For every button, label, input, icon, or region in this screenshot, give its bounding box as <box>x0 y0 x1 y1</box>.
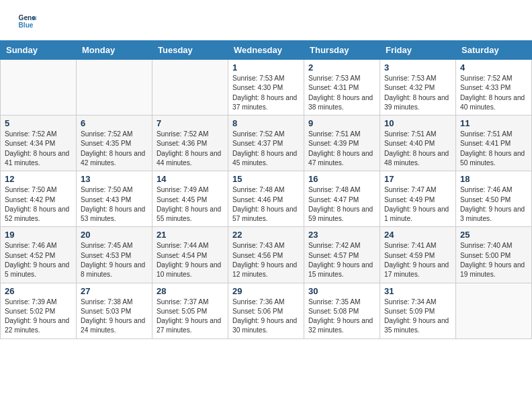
calendar-cell: 3Sunrise: 7:53 AMSunset: 4:32 PMDaylight… <box>380 60 456 116</box>
day-number: 12 <box>5 174 72 184</box>
day-info: Sunrise: 7:45 AMSunset: 4:53 PMDaylight:… <box>81 241 148 279</box>
calendar-cell: 15Sunrise: 7:48 AMSunset: 4:46 PMDayligh… <box>228 171 304 227</box>
day-info: Sunrise: 7:53 AMSunset: 4:32 PMDaylight:… <box>384 74 451 112</box>
day-info: Sunrise: 7:53 AMSunset: 4:31 PMDaylight:… <box>308 74 375 112</box>
day-number: 8 <box>232 118 300 128</box>
day-number: 19 <box>5 230 72 240</box>
day-info: Sunrise: 7:51 AMSunset: 4:40 PMDaylight:… <box>384 130 451 168</box>
calendar-cell: 2Sunrise: 7:53 AMSunset: 4:31 PMDaylight… <box>304 60 380 116</box>
weekday-header-monday: Monday <box>77 41 152 60</box>
day-number: 29 <box>232 286 300 296</box>
day-number: 31 <box>384 286 451 296</box>
day-number: 2 <box>308 62 375 73</box>
calendar-cell: 14Sunrise: 7:49 AMSunset: 4:45 PMDayligh… <box>152 171 228 227</box>
calendar-cell: 23Sunrise: 7:42 AMSunset: 4:57 PMDayligh… <box>304 227 380 283</box>
day-info: Sunrise: 7:40 AMSunset: 5:00 PMDaylight:… <box>460 241 527 279</box>
day-info: Sunrise: 7:50 AMSunset: 4:43 PMDaylight:… <box>81 185 148 224</box>
day-info: Sunrise: 7:44 AMSunset: 4:54 PMDaylight:… <box>157 241 224 279</box>
calendar-cell: 26Sunrise: 7:39 AMSunset: 5:02 PMDayligh… <box>1 283 77 338</box>
calendar-week-2: 5Sunrise: 7:52 AMSunset: 4:34 PMDaylight… <box>1 116 532 171</box>
calendar-cell: 22Sunrise: 7:43 AMSunset: 4:56 PMDayligh… <box>228 227 304 283</box>
day-number: 28 <box>157 286 224 296</box>
calendar-cell: 9Sunrise: 7:51 AMSunset: 4:39 PMDaylight… <box>304 116 380 171</box>
calendar-cell <box>1 60 77 116</box>
logo-icon: General Blue <box>17 12 36 31</box>
day-number: 15 <box>232 174 300 184</box>
day-info: Sunrise: 7:46 AMSunset: 4:50 PMDaylight:… <box>460 185 527 224</box>
day-info: Sunrise: 7:48 AMSunset: 4:47 PMDaylight:… <box>308 185 375 224</box>
logo: General Blue <box>16 12 39 34</box>
day-info: Sunrise: 7:35 AMSunset: 5:08 PMDaylight:… <box>308 298 375 336</box>
day-number: 26 <box>5 286 72 296</box>
calendar-cell: 5Sunrise: 7:52 AMSunset: 4:34 PMDaylight… <box>1 116 77 171</box>
day-number: 10 <box>384 118 451 128</box>
calendar-cell: 31Sunrise: 7:34 AMSunset: 5:09 PMDayligh… <box>380 283 456 338</box>
weekday-header-wednesday: Wednesday <box>228 41 304 60</box>
calendar-cell: 29Sunrise: 7:36 AMSunset: 5:06 PMDayligh… <box>228 283 304 338</box>
day-number: 30 <box>308 286 375 296</box>
day-number: 7 <box>157 118 224 128</box>
calendar-cell: 6Sunrise: 7:52 AMSunset: 4:35 PMDaylight… <box>77 116 152 171</box>
day-number: 3 <box>384 62 451 73</box>
calendar-cell: 25Sunrise: 7:40 AMSunset: 5:00 PMDayligh… <box>456 227 532 283</box>
weekday-header-tuesday: Tuesday <box>152 41 228 60</box>
day-number: 21 <box>157 230 224 240</box>
day-info: Sunrise: 7:46 AMSunset: 4:52 PMDaylight:… <box>5 241 72 279</box>
calendar-cell: 10Sunrise: 7:51 AMSunset: 4:40 PMDayligh… <box>380 116 456 171</box>
calendar-header-row: SundayMondayTuesdayWednesdayThursdayFrid… <box>1 41 532 60</box>
calendar-cell: 20Sunrise: 7:45 AMSunset: 4:53 PMDayligh… <box>77 227 152 283</box>
day-number: 11 <box>460 118 527 128</box>
day-number: 22 <box>232 230 300 240</box>
calendar-cell: 24Sunrise: 7:41 AMSunset: 4:59 PMDayligh… <box>380 227 456 283</box>
calendar-cell: 12Sunrise: 7:50 AMSunset: 4:42 PMDayligh… <box>1 171 77 227</box>
day-number: 4 <box>460 62 527 73</box>
day-number: 1 <box>232 62 300 73</box>
page-header: General Blue <box>0 0 532 40</box>
calendar-cell: 11Sunrise: 7:51 AMSunset: 4:41 PMDayligh… <box>456 116 532 171</box>
calendar-cell: 13Sunrise: 7:50 AMSunset: 4:43 PMDayligh… <box>77 171 152 227</box>
calendar-cell: 19Sunrise: 7:46 AMSunset: 4:52 PMDayligh… <box>1 227 77 283</box>
day-number: 17 <box>384 174 451 184</box>
weekday-header-friday: Friday <box>380 41 456 60</box>
calendar-week-4: 19Sunrise: 7:46 AMSunset: 4:52 PMDayligh… <box>1 227 532 283</box>
day-info: Sunrise: 7:52 AMSunset: 4:37 PMDaylight:… <box>232 130 300 168</box>
day-number: 18 <box>460 174 527 184</box>
day-number: 13 <box>81 174 148 184</box>
weekday-header-thursday: Thursday <box>304 41 380 60</box>
calendar-cell: 16Sunrise: 7:48 AMSunset: 4:47 PMDayligh… <box>304 171 380 227</box>
day-info: Sunrise: 7:37 AMSunset: 5:05 PMDaylight:… <box>157 298 224 336</box>
weekday-header-sunday: Sunday <box>1 41 77 60</box>
day-info: Sunrise: 7:50 AMSunset: 4:42 PMDaylight:… <box>5 185 72 224</box>
day-info: Sunrise: 7:43 AMSunset: 4:56 PMDaylight:… <box>232 241 300 279</box>
day-info: Sunrise: 7:34 AMSunset: 5:09 PMDaylight:… <box>384 298 451 336</box>
calendar-cell: 28Sunrise: 7:37 AMSunset: 5:05 PMDayligh… <box>152 283 228 338</box>
day-info: Sunrise: 7:38 AMSunset: 5:03 PMDaylight:… <box>81 298 148 336</box>
calendar-body: 1Sunrise: 7:53 AMSunset: 4:30 PMDaylight… <box>1 60 532 339</box>
calendar-cell: 1Sunrise: 7:53 AMSunset: 4:30 PMDaylight… <box>228 60 304 116</box>
day-info: Sunrise: 7:51 AMSunset: 4:41 PMDaylight:… <box>460 130 527 168</box>
calendar-cell: 17Sunrise: 7:47 AMSunset: 4:49 PMDayligh… <box>380 171 456 227</box>
calendar-cell: 30Sunrise: 7:35 AMSunset: 5:08 PMDayligh… <box>304 283 380 338</box>
weekday-header-saturday: Saturday <box>456 41 532 60</box>
svg-text:Blue: Blue <box>19 21 34 29</box>
calendar-cell: 7Sunrise: 7:52 AMSunset: 4:36 PMDaylight… <box>152 116 228 171</box>
day-info: Sunrise: 7:41 AMSunset: 4:59 PMDaylight:… <box>384 241 451 279</box>
day-info: Sunrise: 7:47 AMSunset: 4:49 PMDaylight:… <box>384 185 451 224</box>
day-number: 20 <box>81 230 148 240</box>
day-info: Sunrise: 7:36 AMSunset: 5:06 PMDaylight:… <box>232 298 300 336</box>
day-info: Sunrise: 7:53 AMSunset: 4:30 PMDaylight:… <box>232 74 300 112</box>
day-info: Sunrise: 7:52 AMSunset: 4:34 PMDaylight:… <box>5 130 72 168</box>
day-number: 16 <box>308 174 375 184</box>
calendar-cell <box>77 60 152 116</box>
calendar-cell: 21Sunrise: 7:44 AMSunset: 4:54 PMDayligh… <box>152 227 228 283</box>
day-number: 24 <box>384 230 451 240</box>
calendar-table: SundayMondayTuesdayWednesdayThursdayFrid… <box>0 40 532 339</box>
calendar-cell: 8Sunrise: 7:52 AMSunset: 4:37 PMDaylight… <box>228 116 304 171</box>
day-info: Sunrise: 7:48 AMSunset: 4:46 PMDaylight:… <box>232 185 300 224</box>
calendar-cell <box>456 283 532 338</box>
calendar-cell: 4Sunrise: 7:52 AMSunset: 4:33 PMDaylight… <box>456 60 532 116</box>
day-info: Sunrise: 7:51 AMSunset: 4:39 PMDaylight:… <box>308 130 375 168</box>
day-number: 14 <box>157 174 224 184</box>
calendar-cell: 18Sunrise: 7:46 AMSunset: 4:50 PMDayligh… <box>456 171 532 227</box>
calendar-week-3: 12Sunrise: 7:50 AMSunset: 4:42 PMDayligh… <box>1 171 532 227</box>
